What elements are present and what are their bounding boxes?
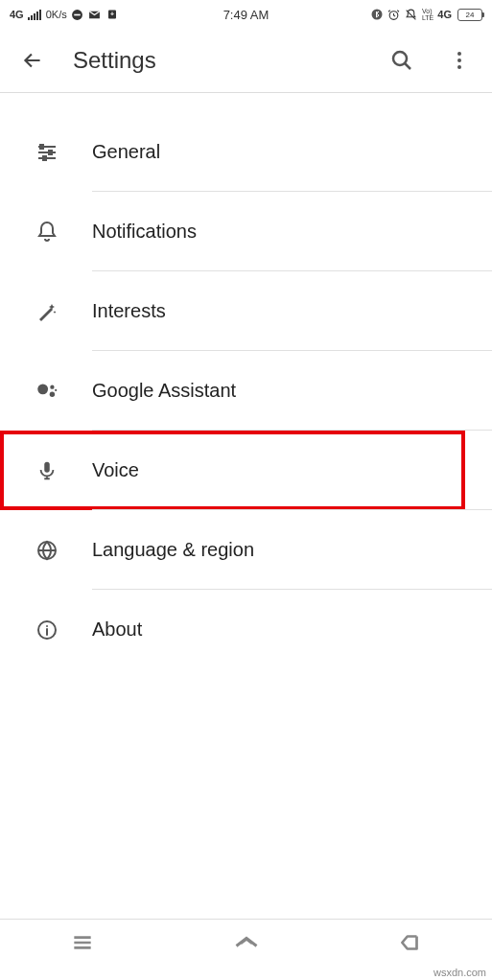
status-time: 7:49 AM (167, 8, 324, 22)
status-right: Vo) LTE 4G 24 (325, 8, 482, 21)
svg-rect-10 (49, 151, 52, 154)
nav-recents-button[interactable] (67, 927, 98, 958)
svg-point-6 (457, 52, 461, 56)
google-assistant-icon (35, 379, 59, 404)
item-label-language: Language & region (92, 539, 254, 561)
settings-item-about[interactable]: About (0, 590, 492, 669)
bluetooth-icon (370, 8, 384, 21)
status-left: 4G 0K/s (10, 8, 167, 21)
magic-wand-icon (35, 299, 59, 324)
page-title: Settings (73, 47, 362, 74)
item-label-voice: Voice (92, 459, 139, 481)
menu-icon (70, 930, 95, 955)
download-icon (105, 8, 119, 21)
settings-item-voice[interactable]: Voice (0, 431, 465, 510)
item-label-assistant: Google Assistant (92, 380, 236, 402)
do-not-disturb-icon (71, 8, 84, 21)
svg-rect-1 (74, 13, 81, 15)
svg-point-14 (50, 391, 55, 396)
volte-indicator: Vo) LTE (422, 8, 433, 21)
settings-item-language[interactable]: Language & region (0, 510, 492, 590)
microphone-icon (35, 458, 59, 483)
search-button[interactable] (385, 43, 419, 78)
watermark: wsxdn.com (433, 967, 486, 978)
settings-item-notifications[interactable]: Notifications (0, 192, 492, 271)
svg-point-5 (393, 52, 407, 65)
svg-rect-16 (44, 461, 50, 472)
status-bar: 4G 0K/s 7:49 AM Vo) LTE 4G 24 (0, 0, 492, 29)
settings-item-general[interactable]: General (0, 112, 492, 192)
bell-icon (35, 220, 59, 245)
arrow-left-icon (20, 48, 45, 73)
settings-item-interests[interactable]: Interests (0, 271, 492, 351)
settings-item-assistant[interactable]: Google Assistant (0, 351, 492, 431)
network-4g-indicator: 4G (10, 9, 24, 20)
sliders-icon (35, 140, 59, 165)
svg-point-13 (50, 385, 54, 388)
battery-indicator: 24 (457, 9, 482, 21)
mail-icon (88, 8, 102, 21)
item-label-general: General (92, 141, 160, 163)
settings-list: General Notifications Interests Google A… (0, 93, 492, 669)
back-nav-icon (398, 930, 423, 955)
search-icon (390, 49, 413, 72)
mute-bell-icon (405, 8, 418, 21)
overflow-menu-button[interactable] (442, 43, 477, 78)
item-label-notifications: Notifications (92, 221, 197, 243)
globe-icon (35, 538, 59, 563)
info-icon (35, 618, 59, 642)
nav-back-button[interactable] (395, 927, 426, 958)
signal-strength-icon (28, 9, 42, 20)
app-bar: Settings (0, 29, 492, 92)
navigation-bar (0, 919, 492, 963)
svg-rect-11 (43, 156, 46, 160)
item-label-about: About (92, 618, 142, 641)
alarm-icon (387, 8, 401, 21)
svg-rect-9 (40, 145, 43, 149)
more-vertical-icon (448, 49, 471, 72)
back-button[interactable] (15, 43, 50, 78)
item-label-interests: Interests (92, 300, 166, 322)
nav-home-button[interactable] (231, 927, 262, 958)
data-rate: 0K/s (46, 9, 67, 20)
svg-point-7 (457, 58, 461, 62)
svg-point-12 (37, 384, 48, 394)
home-icon (233, 929, 260, 956)
svg-point-8 (457, 65, 461, 69)
second-4g-indicator: 4G (437, 9, 452, 20)
svg-point-15 (55, 388, 57, 390)
